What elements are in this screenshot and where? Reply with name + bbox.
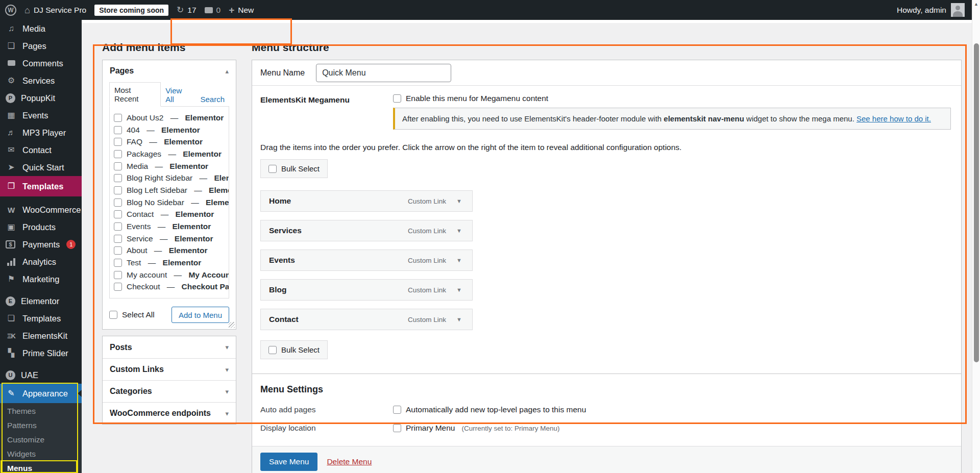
site-name-link[interactable]: ⌂ DJ Service Pro bbox=[24, 6, 86, 15]
sidebar-item-woocommerce[interactable]: WWooCommerce bbox=[0, 201, 82, 218]
media-icon: ♫ bbox=[6, 24, 17, 33]
menu-name-input[interactable] bbox=[316, 64, 451, 82]
updates-indicator[interactable]: ↻ 17 bbox=[177, 6, 197, 15]
checkbox[interactable] bbox=[114, 162, 122, 170]
see-how-link[interactable]: See here how to do it. bbox=[856, 114, 931, 123]
submenu-item-widgets[interactable]: Widgets bbox=[0, 447, 82, 461]
item-type-accordions: Posts▾ Custom Links▾ Categories▾ WooComm… bbox=[102, 336, 236, 425]
accordion-woocommerce-endpoints[interactable]: WooCommerce endpoints▾ bbox=[103, 402, 236, 424]
item-expand-arrow-icon[interactable]: ▼ bbox=[456, 257, 462, 263]
menu-item-contact[interactable]: ContactCustom Link▼ bbox=[260, 309, 473, 330]
wordpress-logo-icon[interactable]: W bbox=[5, 5, 16, 16]
delete-menu-link[interactable]: Delete Menu bbox=[327, 457, 372, 466]
item-expand-arrow-icon[interactable]: ▼ bbox=[456, 228, 462, 234]
checkbox[interactable] bbox=[114, 198, 122, 207]
sidebar-item-analytics[interactable]: Analytics bbox=[0, 253, 82, 270]
sidebar-item-uae[interactable]: UUAE bbox=[0, 366, 82, 384]
menu-item-events[interactable]: EventsCustom Link▼ bbox=[260, 250, 473, 271]
checkbox[interactable] bbox=[114, 126, 122, 134]
checkbox[interactable] bbox=[114, 186, 122, 194]
submenu-item-customize[interactable]: Customize bbox=[0, 433, 82, 447]
howdy-text[interactable]: Howdy, admin bbox=[897, 6, 946, 15]
checkbox[interactable] bbox=[114, 271, 122, 279]
checkbox[interactable] bbox=[114, 235, 122, 243]
sidebar-item-quick-start[interactable]: ➤Quick Start bbox=[0, 159, 82, 176]
pages-panel-header[interactable]: Pages ▴ bbox=[103, 60, 236, 82]
sidebar-item-templates-2[interactable]: ❏Templates bbox=[0, 310, 82, 327]
tab-most-recent[interactable]: Most Recent bbox=[109, 82, 161, 107]
bulk-select-checkbox[interactable] bbox=[268, 165, 277, 173]
new-label: New bbox=[238, 6, 254, 15]
megamenu-enable-checkbox[interactable] bbox=[393, 94, 401, 103]
sidebar-item-mp3-player[interactable]: ♬MP3 Player bbox=[0, 124, 82, 141]
checkbox[interactable] bbox=[114, 222, 122, 231]
checkbox[interactable] bbox=[114, 210, 122, 218]
payments-icon: $ bbox=[6, 240, 17, 248]
bulk-select-bottom[interactable]: Bulk Select bbox=[260, 340, 328, 359]
sidebar-item-pages[interactable]: ❑Pages bbox=[0, 37, 82, 55]
pages-tabs: Most Recent View All Search bbox=[109, 82, 229, 107]
bulk-select-checkbox[interactable] bbox=[268, 346, 277, 354]
sidebar-item-marketing[interactable]: ⚑Marketing bbox=[0, 270, 82, 288]
checkbox[interactable] bbox=[114, 114, 122, 122]
megaphone-icon: ⚑ bbox=[6, 275, 17, 283]
payments-count-badge: 1 bbox=[66, 240, 76, 249]
menu-item-blog[interactable]: BlogCustom Link▼ bbox=[260, 279, 473, 301]
submenu-item-menus[interactable]: Menus bbox=[0, 461, 82, 473]
menu-item-home[interactable]: HomeCustom Link▼ bbox=[260, 190, 473, 212]
vertical-scrollbar[interactable] bbox=[972, 0, 980, 473]
sidebar-item-popupkit[interactable]: PPopupKit bbox=[0, 89, 82, 107]
primary-menu-checkbox[interactable] bbox=[393, 424, 401, 432]
comments-indicator[interactable]: 0 bbox=[205, 6, 221, 15]
sidebar-item-media[interactable]: ♫Media bbox=[0, 20, 82, 37]
accordion-categories[interactable]: Categories▾ bbox=[103, 380, 236, 402]
submenu-item-patterns[interactable]: Patterns bbox=[0, 418, 82, 433]
drag-hint-text: Drag the items into the order you prefer… bbox=[260, 143, 953, 152]
checkbox[interactable] bbox=[114, 174, 122, 182]
sidebar-item-comments[interactable]: Comments bbox=[0, 55, 82, 72]
site-name: DJ Service Pro bbox=[34, 6, 86, 15]
sidebar-item-prime-slider[interactable]: ▚Prime Slider bbox=[0, 344, 82, 362]
accordion-custom-links[interactable]: Custom Links▾ bbox=[103, 358, 236, 380]
tab-search[interactable]: Search bbox=[195, 92, 229, 107]
sidebar-item-elementskit[interactable]: ΞKElementsKit bbox=[0, 327, 82, 344]
collapse-arrow-icon[interactable]: ▴ bbox=[225, 67, 229, 75]
add-to-menu-button[interactable]: Add to Menu bbox=[172, 307, 229, 323]
menu-item-services[interactable]: ServicesCustom Link▼ bbox=[260, 220, 473, 241]
checkbox[interactable] bbox=[114, 138, 122, 146]
checkbox[interactable] bbox=[114, 246, 122, 255]
sidebar-item-payments[interactable]: $Payments1 bbox=[0, 236, 82, 253]
sidebar-item-contact[interactable]: ✉Contact bbox=[0, 141, 82, 159]
page-checkbox-item: Blog Right Sidebar — Elementor bbox=[114, 172, 225, 184]
sidebar-item-appearance[interactable]: ✎Appearance bbox=[0, 384, 82, 403]
resize-handle[interactable] bbox=[229, 322, 235, 328]
page-checkbox-item: Packages — Elementor bbox=[114, 148, 225, 160]
sidebar-item-elementor[interactable]: EElementor bbox=[0, 292, 82, 310]
item-expand-arrow-icon[interactable]: ▼ bbox=[456, 287, 462, 293]
submenu-item-themes[interactable]: Themes bbox=[0, 404, 82, 418]
user-avatar[interactable] bbox=[951, 3, 965, 17]
auto-add-checkbox[interactable] bbox=[393, 406, 401, 414]
save-menu-button[interactable]: Save Menu bbox=[260, 453, 317, 471]
accordion-posts[interactable]: Posts▾ bbox=[103, 336, 236, 358]
tab-view-all[interactable]: View All bbox=[161, 83, 195, 107]
sidebar-item-events[interactable]: ▦Events bbox=[0, 107, 82, 124]
checkbox[interactable] bbox=[114, 150, 122, 158]
scrollbar-thumb[interactable] bbox=[974, 43, 979, 362]
item-expand-arrow-icon[interactable]: ▼ bbox=[456, 316, 462, 322]
menu-settings-title: Menu Settings bbox=[260, 384, 953, 395]
page-checkbox-item: Checkout — Checkout Page bbox=[114, 281, 225, 293]
page-checkbox-item: Test — Elementor bbox=[114, 257, 225, 269]
sidebar-item-templates[interactable]: ❐Templates bbox=[0, 176, 82, 196]
sidebar-item-products[interactable]: ▣Products bbox=[0, 218, 82, 236]
sidebar-item-services[interactable]: ⚙Services bbox=[0, 72, 82, 89]
checkbox[interactable] bbox=[114, 283, 122, 291]
checkbox[interactable] bbox=[114, 259, 122, 267]
new-content-button[interactable]: + New bbox=[229, 5, 254, 15]
store-coming-soon-badge: Store coming soon bbox=[94, 5, 168, 16]
select-all-checkbox[interactable] bbox=[109, 311, 117, 319]
bulk-select-top[interactable]: Bulk Select bbox=[260, 159, 328, 178]
item-expand-arrow-icon[interactable]: ▼ bbox=[456, 198, 462, 204]
comments-icon bbox=[6, 59, 17, 67]
page-checkbox-item: Blog Left Sidebar — Elementor bbox=[114, 184, 225, 196]
